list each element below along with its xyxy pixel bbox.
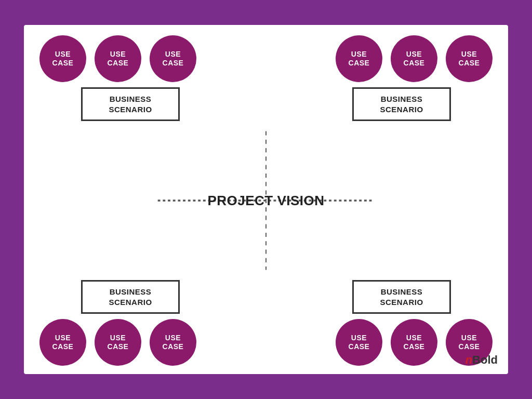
bottom-left-circles-group: USECASE USECASE USECASE — [39, 319, 196, 366]
outer-border: USECASE USECASE USECASE USECASE USECASE … — [17, 18, 515, 381]
project-vision-label: PROJECT VISION — [207, 193, 324, 209]
nbold-logo: nBold — [466, 353, 498, 367]
top-right-circles-group: USECASE USECASE USECASE — [336, 35, 493, 82]
circle-top-right-1: USECASE — [336, 35, 382, 82]
top-left-circles-group: USECASE USECASE USECASE — [39, 35, 196, 82]
circle-bottom-left-3: USECASE — [150, 319, 196, 366]
inner-card: USECASE USECASE USECASE USECASE USECASE … — [24, 25, 508, 374]
scenario-top-left: BUSINESSSCENARIO — [81, 87, 180, 121]
diagram-area: BUSINESSSCENARIO BUSINESSSCENARIO PROJEC… — [39, 82, 493, 319]
circle-top-left-1: USECASE — [39, 35, 86, 82]
circle-top-right-3: USECASE — [446, 35, 493, 82]
circle-bottom-right-1: USECASE — [336, 319, 382, 366]
scenario-bottom-left: BUSINESSSCENARIO — [81, 280, 180, 314]
circle-bottom-left-1: USECASE — [39, 319, 86, 366]
logo-n: n — [466, 353, 472, 366]
circle-bottom-left-2: USECASE — [95, 319, 141, 366]
logo-bold: Bold — [472, 353, 498, 366]
scenario-bottom-right: BUSINESSSCENARIO — [352, 280, 451, 314]
scenario-top-right: BUSINESSSCENARIO — [352, 87, 451, 121]
top-circles-row: USECASE USECASE USECASE USECASE USECASE … — [39, 35, 493, 82]
bottom-circles-row: USECASE USECASE USECASE USECASE USECASE … — [39, 319, 493, 366]
circle-top-left-2: USECASE — [95, 35, 141, 82]
circle-top-right-2: USECASE — [391, 35, 437, 82]
circle-top-left-3: USECASE — [150, 35, 196, 82]
circle-bottom-right-2: USECASE — [391, 319, 437, 366]
